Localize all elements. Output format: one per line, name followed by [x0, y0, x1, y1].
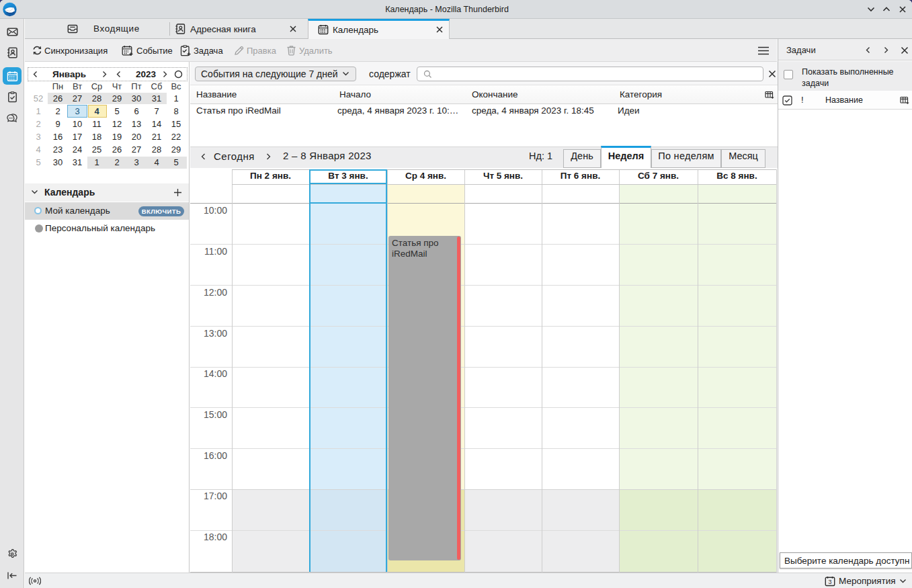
svg-text:3: 3 — [828, 579, 831, 585]
